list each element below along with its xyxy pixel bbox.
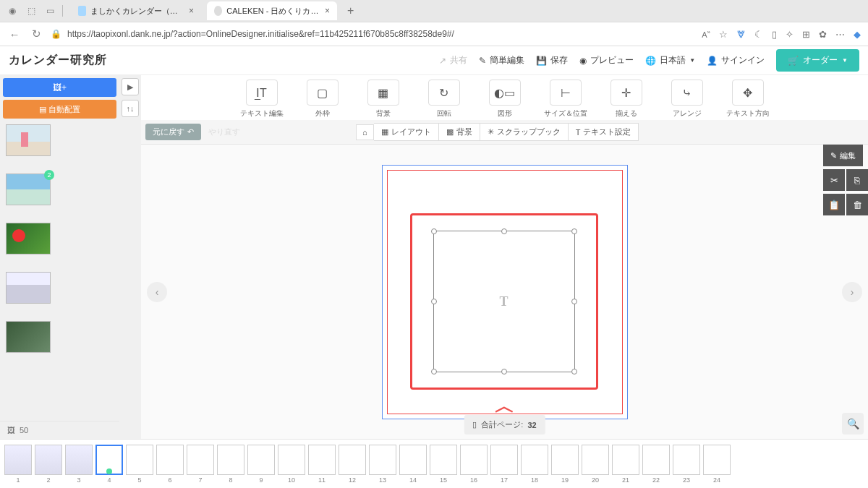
save-button[interactable]: 💾保存: [536, 54, 568, 67]
prev-page-button[interactable]: ‹: [147, 282, 167, 302]
scrapbook-tab[interactable]: ✳スクラップブック: [480, 123, 569, 141]
sort-button[interactable]: ↑↓: [122, 100, 139, 117]
app-header: カレンダー研究所 ↗共有 ✎簡単編集 💾保存 ◉プレビュー 🌐日本語▼ 👤サイン…: [0, 46, 868, 75]
new-tab-button[interactable]: +: [343, 4, 358, 17]
add-images-button[interactable]: 🖼+: [3, 78, 116, 97]
home-tab[interactable]: ⌂: [356, 124, 374, 140]
page-thumb[interactable]: 10: [278, 445, 305, 484]
background-tab[interactable]: ▩背景: [439, 123, 480, 141]
resize-handle-e[interactable]: [571, 299, 577, 304]
next-page-button[interactable]: ›: [842, 282, 862, 302]
image-thumb[interactable]: 2: [6, 174, 51, 205]
refresh-button[interactable]: ↻: [29, 27, 43, 40]
collapse-panel-button[interactable]: ▶: [122, 78, 139, 95]
undo-button[interactable]: 元に戻す↶: [145, 124, 201, 140]
page-thumb[interactable]: 15: [430, 445, 457, 484]
language-selector[interactable]: 🌐日本語▼: [645, 54, 695, 67]
url-field[interactable]: 🔒 https://taopixonl.dank.ne.jp/?action=O…: [51, 29, 694, 39]
page-thumb[interactable]: 13: [369, 445, 396, 484]
edit-panel-button[interactable]: ✎編集: [823, 145, 863, 166]
tool-size-pos[interactable]: ⊢サイズ＆位置: [542, 80, 589, 119]
tab-close-2[interactable]: ×: [325, 6, 330, 16]
collections-icon[interactable]: ▯: [772, 29, 777, 40]
image-thumb[interactable]: [6, 223, 51, 254]
page-thumb[interactable]: 4: [95, 445, 123, 484]
cut-button[interactable]: ✂: [823, 169, 845, 191]
resize-handle-w[interactable]: [431, 299, 437, 304]
page-thumb[interactable]: 21: [612, 445, 639, 484]
tool-shape[interactable]: ◐▭図形: [482, 80, 528, 119]
selected-text-box[interactable]: T: [433, 231, 575, 372]
page-thumb[interactable]: 6: [156, 445, 184, 484]
tool-rotate[interactable]: ↻回転: [421, 80, 467, 119]
favorite-icon[interactable]: ☆: [719, 29, 728, 40]
page-frame[interactable]: T ︿︿: [382, 165, 628, 419]
auto-layout-button[interactable]: ▤自動配置: [3, 100, 116, 119]
puzzle-icon[interactable]: ✿: [819, 29, 827, 40]
page-thumb[interactable]: 17: [490, 445, 518, 484]
extensions-icon[interactable]: ⊞: [802, 29, 810, 40]
thumb-count-footer: 🖼 50: [0, 421, 119, 439]
tool-text-edit[interactable]: I̲Tテキスト編集: [239, 80, 285, 119]
image-thumb[interactable]: [6, 321, 51, 353]
tabs-icon[interactable]: ▭: [43, 4, 56, 17]
page-thumb[interactable]: 1: [4, 445, 32, 484]
reading-mode-icon[interactable]: A»: [702, 29, 710, 39]
left-column: 🖼+ ▤自動配置 2 🖼 50: [0, 75, 119, 439]
ext-c-icon[interactable]: ☾: [754, 29, 763, 40]
preview-button[interactable]: ◉プレビュー: [579, 54, 634, 67]
delete-button[interactable]: 🗑: [846, 194, 868, 215]
layout-tab[interactable]: ▦レイアウト: [374, 123, 439, 141]
text-settings-tab[interactable]: Tテキスト設定: [569, 123, 639, 141]
resize-handle-n[interactable]: [501, 228, 507, 234]
tool-frame[interactable]: ▢外枠: [299, 80, 346, 119]
page-thumb[interactable]: 7: [187, 445, 214, 484]
image-thumb[interactable]: [6, 124, 51, 156]
simple-edit-button[interactable]: ✎簡単編集: [479, 54, 524, 67]
paste-button[interactable]: 📋: [823, 194, 845, 215]
profile-icon[interactable]: ◉: [6, 4, 19, 17]
browser-tab-1[interactable]: ましかくカレンダー（日めくり） - ×: [71, 1, 201, 20]
more-icon[interactable]: ⋯: [835, 29, 845, 40]
workspace-icon[interactable]: ⬚: [25, 4, 38, 17]
page-thumb[interactable]: 3: [65, 445, 93, 484]
resize-handle-s[interactable]: [501, 369, 507, 374]
page-thumb[interactable]: 23: [673, 445, 700, 484]
redo-button[interactable]: やり直す: [201, 124, 247, 140]
page-thumb[interactable]: 2: [35, 445, 62, 484]
page-thumb[interactable]: 18: [521, 445, 548, 484]
page-thumb[interactable]: 5: [126, 445, 153, 484]
image-thumb[interactable]: [6, 272, 51, 304]
page-thumb[interactable]: 12: [339, 445, 366, 484]
page-thumb[interactable]: 24: [703, 445, 731, 484]
globe-icon: 🌐: [645, 56, 656, 66]
copilot-icon[interactable]: ◆: [854, 29, 861, 40]
page-thumb[interactable]: 19: [551, 445, 579, 484]
resize-handle-sw[interactable]: [431, 369, 437, 374]
browser-tab-2[interactable]: CALEKEN - 日めくりカレンダー ×: [207, 1, 337, 20]
order-button[interactable]: 🛒オーダー▼: [776, 49, 859, 72]
page-thumb[interactable]: 14: [399, 445, 427, 484]
resize-handle-se[interactable]: [571, 369, 577, 374]
page-thumb[interactable]: 9: [247, 445, 275, 484]
page-thumb[interactable]: 22: [642, 445, 670, 484]
tool-align[interactable]: ✛揃える: [603, 80, 650, 119]
tool-arrange[interactable]: ⤷アレンジ: [664, 80, 710, 119]
share-button[interactable]: ↗共有: [439, 54, 467, 67]
resize-handle-nw[interactable]: [431, 228, 437, 234]
tool-text-dir[interactable]: ✥テキスト方向: [725, 80, 771, 119]
page-thumb[interactable]: 11: [308, 445, 336, 484]
back-button[interactable]: ←: [7, 28, 22, 40]
page-thumb[interactable]: 16: [460, 445, 488, 484]
page-thumb[interactable]: 8: [217, 445, 244, 484]
tool-background[interactable]: ▦背景: [360, 80, 407, 119]
tab-close-1[interactable]: ×: [189, 6, 194, 16]
zoom-in-button[interactable]: 🔍: [842, 413, 864, 435]
copy-button[interactable]: ⎘: [846, 169, 868, 191]
ext-v-icon[interactable]: ⩔: [736, 29, 746, 40]
resize-handle-ne[interactable]: [571, 228, 577, 234]
canvas[interactable]: ‹ › T ︿︿ ▯ 合計: [141, 145, 868, 439]
signin-button[interactable]: 👤サインイン: [707, 54, 765, 67]
page-thumb[interactable]: 20: [582, 445, 609, 484]
favorites-bar-icon[interactable]: ✧: [786, 29, 793, 40]
